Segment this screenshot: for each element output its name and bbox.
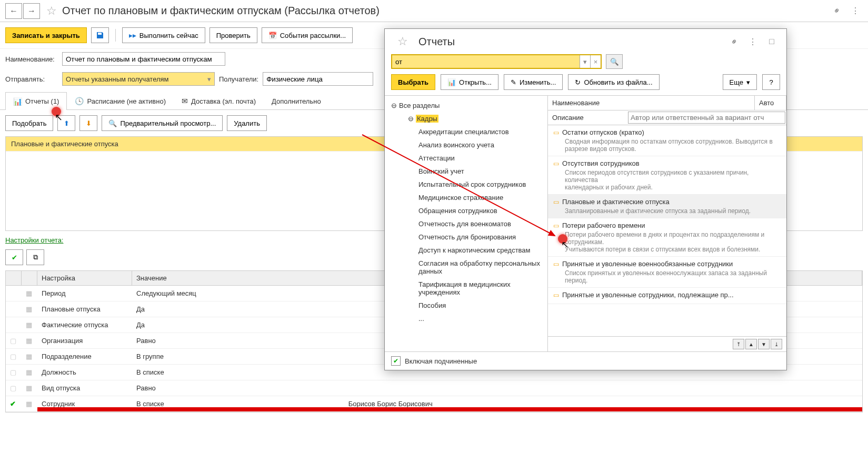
row-checkbox[interactable]: ▢: [6, 335, 22, 347]
run-now-button[interactable]: ▸▸Выполнить сейчас: [122, 27, 205, 43]
report-icon: ▭: [553, 260, 559, 268]
tree-item[interactable]: Пособия: [387, 299, 545, 312]
setting-name: Фактические отпуска: [37, 319, 132, 331]
favorite-star-icon[interactable]: ☆: [46, 4, 57, 18]
settings-check-button[interactable]: ✔: [5, 249, 23, 265]
tree-item[interactable]: Воинский учет: [387, 165, 545, 178]
row-checkbox[interactable]: ▢: [6, 350, 22, 363]
tree-item[interactable]: Согласия на обработку персональных данны…: [387, 257, 545, 278]
send-select[interactable]: Отчеты указанным получателям ▾: [62, 72, 215, 86]
tab-more[interactable]: Дополнительно: [264, 92, 329, 109]
magnifier-icon: 🔍: [610, 58, 619, 66]
kebab-menu-icon[interactable]: ⋮: [848, 4, 863, 18]
pick-button[interactable]: Подобрать: [5, 115, 53, 131]
popup-kebab-icon[interactable]: ⋮: [745, 34, 760, 49]
tree-item[interactable]: Тарификация в медицинских учреждениях: [387, 278, 545, 299]
row-checkbox[interactable]: ▢: [6, 366, 22, 378]
list-item[interactable]: ▭Потери рабочего времениПотери рабочего …: [548, 218, 786, 257]
popup-search-row: ▾ × 🔍: [385, 54, 786, 74]
nav-last[interactable]: ⤓: [771, 339, 782, 349]
tree-panel[interactable]: ⊖ Все разделы ⊖ Кадры Аккредитации специ…: [385, 96, 548, 351]
nav-down[interactable]: ▼: [758, 339, 770, 349]
list-item-title: Отсутствия сотрудников: [562, 159, 640, 167]
row-checkbox[interactable]: [6, 307, 22, 311]
search-input[interactable]: [392, 55, 580, 68]
preview-button[interactable]: 🔍Предварительный просмотр...: [102, 115, 223, 131]
search-clear-button[interactable]: ×: [590, 55, 601, 68]
include-sub-checkbox[interactable]: ✔: [391, 356, 401, 366]
popup-link-icon[interactable]: ⚭: [726, 34, 741, 49]
search-dropdown-button[interactable]: ▾: [580, 55, 590, 68]
settings-copy-button[interactable]: ⧉: [26, 249, 44, 265]
select-button[interactable]: Выбрать: [391, 74, 435, 90]
tree-item[interactable]: Медицинское страхование: [387, 191, 545, 204]
row-checkbox[interactable]: [6, 323, 22, 327]
name-input[interactable]: [62, 52, 225, 66]
list-items[interactable]: ▭Остатки отпусков (кратко)Сводная информ…: [548, 125, 786, 336]
tree-item[interactable]: Отчетность для военкоматов: [387, 217, 545, 230]
list-item[interactable]: ▭Остатки отпусков (кратко)Сводная информ…: [548, 125, 786, 156]
list-item[interactable]: ▭Отсутствия сотрудниковСписок периодов о…: [548, 156, 786, 195]
link-icon[interactable]: ⚭: [829, 4, 844, 18]
help-button[interactable]: ?: [762, 74, 780, 90]
open-button[interactable]: 📊Открыть...: [441, 74, 498, 90]
toolbar-divider: [115, 29, 116, 42]
save-button[interactable]: [91, 27, 109, 43]
search-go-button[interactable]: 🔍: [606, 54, 623, 69]
tree-item[interactable]: Анализ воинского учета: [387, 138, 545, 152]
setting-value[interactable]: Равно: [132, 382, 862, 394]
setting-icon: ▦: [26, 321, 32, 329]
list-header: Наименование Авто: [548, 96, 786, 110]
tab-schedule[interactable]: 🕓Расписание (не активно): [67, 92, 174, 109]
row-checkbox[interactable]: ✔: [6, 398, 22, 410]
clock-icon: 🕓: [75, 97, 84, 105]
row-checkbox[interactable]: [6, 291, 22, 296]
popup-body: ⊖ Все разделы ⊖ Кадры Аккредитации специ…: [385, 95, 786, 351]
tree-item[interactable]: Доступ к наркотическим средствам: [387, 244, 545, 257]
move-up-button[interactable]: ⬆: [57, 115, 75, 131]
tree-item[interactable]: Аккредитации специалистов: [387, 125, 545, 138]
list-item-title: Принятые и уволенные военнообязанные сот…: [562, 260, 733, 268]
back-button[interactable]: ←: [5, 3, 22, 19]
tab-delivery[interactable]: ✉Доставка (эл. почта): [174, 92, 264, 109]
refresh-from-file-button[interactable]: ↻Обновить из файла...: [568, 74, 659, 90]
nav-up[interactable]: ▲: [745, 339, 757, 349]
check-button[interactable]: Проверить: [209, 27, 257, 43]
recipients-label: Получатели:: [219, 75, 258, 83]
popup-maximize-icon[interactable]: □: [764, 34, 779, 49]
list-item[interactable]: ▭Плановые и фактические отпускаЗапланиро…: [548, 195, 786, 218]
row-checkbox[interactable]: ▢: [6, 382, 22, 394]
forward-button[interactable]: →: [23, 3, 40, 19]
name-label: Наименование:: [5, 55, 58, 63]
move-down-button[interactable]: ⬇: [79, 115, 97, 131]
settings-row[interactable]: ▢▦Вид отпускаРавно: [6, 380, 862, 396]
tree-item[interactable]: Аттестации: [387, 152, 545, 165]
setting-icon: ▦: [26, 368, 32, 376]
edit-button[interactable]: ✎Изменить...: [504, 74, 563, 90]
tree-item[interactable]: Испытательный срок сотрудников: [387, 178, 545, 191]
tree-item[interactable]: ...: [387, 312, 545, 325]
list-nav: ⤒ ▲ ▼ ⤓: [548, 336, 786, 351]
arrow-up-icon: ⬆: [64, 119, 69, 127]
list-item[interactable]: ▭Принятые и уволенные сотрудники, подлеж…: [548, 288, 786, 304]
search-box: ▾ ×: [391, 54, 602, 69]
settings-row[interactable]: ✔▦СотрудникВ спискеБорисов Борис Борисов…: [6, 396, 862, 412]
popup-star-icon[interactable]: ☆: [397, 35, 408, 48]
tree-item[interactable]: Отчетность для бронирования: [387, 230, 545, 244]
events-button[interactable]: 📅События рассылки...: [262, 27, 353, 43]
tree-section-kadry[interactable]: ⊖ Кадры: [387, 112, 545, 125]
list-item-desc: Потери рабочего времени в днях и процент…: [553, 231, 781, 253]
chevron-down-icon: ▾: [746, 78, 750, 86]
save-and-close-button[interactable]: Записать и закрыть: [5, 27, 87, 43]
tree-item[interactable]: Обращения сотрудников: [387, 204, 545, 217]
nav-first[interactable]: ⤒: [733, 339, 744, 349]
delete-button[interactable]: Удалить: [227, 115, 267, 131]
author-filter-input[interactable]: [628, 112, 785, 124]
annotation-dot-2: [558, 234, 567, 244]
annotation-underline: [37, 407, 862, 411]
tree-root[interactable]: ⊖ Все разделы: [387, 99, 545, 112]
recipients-input[interactable]: [263, 72, 373, 86]
check-icon: ✔: [12, 254, 17, 261]
list-item[interactable]: ▭Принятые и уволенные военнообязанные со…: [548, 257, 786, 288]
more-button[interactable]: Еще ▾: [723, 74, 757, 90]
